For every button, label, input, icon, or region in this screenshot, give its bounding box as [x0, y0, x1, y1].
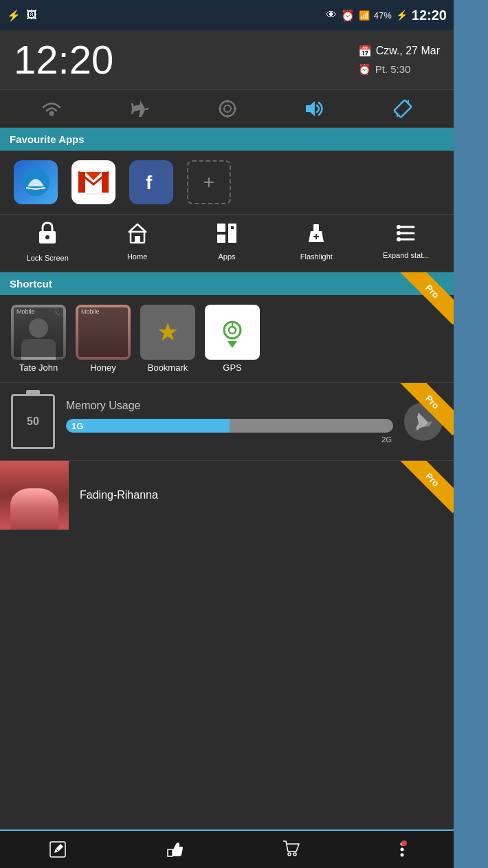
battery-percent: 47% [374, 10, 392, 21]
memory-bar-fill: 1G [66, 419, 230, 433]
flashlight-button[interactable]: Flashlight [289, 223, 344, 261]
eye-icon: 👁 [326, 9, 337, 21]
flashlight-label: Flashlight [300, 252, 333, 261]
notification-panel: ⚡ 🖼 👁 ⏰ 📶 47% ⚡ 12:20 12:20 📅 Czw., 27 M… [0, 0, 454, 868]
memory-info: Memory Usage 1G 2G [66, 400, 393, 444]
image-icon: 🖼 [26, 9, 37, 21]
home-icon [127, 223, 148, 248]
honey-name: Honey [90, 362, 116, 373]
svg-rect-11 [102, 172, 109, 193]
location-toggle[interactable] [218, 99, 237, 118]
alarm-icon: ⏰ [341, 9, 355, 22]
svg-point-40 [400, 854, 403, 857]
boat-browser-app[interactable] [14, 160, 58, 204]
svg-rect-20 [217, 235, 225, 243]
usb-icon: ⚡ [7, 9, 21, 22]
contact-bookmark[interactable]: ★ Bookmark [140, 305, 195, 373]
svg-rect-10 [78, 172, 85, 193]
clock-section: 12:20 📅 Czw., 27 Mar ⏰ Pt. 5:30 [0, 30, 454, 90]
expand-status-button[interactable]: Expand stat... [379, 224, 434, 259]
expand-status-label: Expand stat... [383, 251, 429, 259]
sound-toggle[interactable] [304, 100, 325, 118]
clock-details: 📅 Czw., 27 Mar ⏰ Pt. 5:30 [358, 45, 440, 76]
svg-point-15 [45, 235, 49, 239]
shortcut-buttons-row: Lock Screen Home [0, 215, 454, 272]
svg-text:f: f [146, 172, 153, 193]
face-silhouette [10, 488, 58, 530]
gps-name: GPS [223, 362, 241, 373]
calendar-icon: 📅 [358, 45, 372, 58]
lock-icon [38, 221, 57, 250]
shortcut-header: Shortcut [0, 272, 454, 295]
like-nav-button[interactable] [166, 841, 184, 858]
notification-dot [401, 840, 407, 846]
expand-status-icon [396, 224, 417, 247]
flashlight-icon [306, 223, 326, 248]
lock-screen-button[interactable]: Lock Screen [20, 221, 75, 262]
memory-label-max: 2G [381, 435, 392, 444]
battery-display: 50 [11, 394, 55, 449]
home-label: Home [127, 252, 147, 261]
clock-time: 12:20 [14, 40, 113, 80]
facebook-app[interactable]: f [129, 160, 173, 204]
contact-honey[interactable]: Mobile Honey [76, 305, 131, 373]
gps-icon [215, 315, 249, 349]
album-art [0, 461, 69, 530]
apps-grid-icon [217, 223, 237, 248]
music-pro-label: Pro [399, 461, 454, 513]
svg-point-39 [400, 848, 403, 851]
wifi-toggle[interactable] [41, 100, 63, 118]
edit-nav-button[interactable] [49, 841, 66, 858]
contact-gps[interactable]: GPS [205, 305, 260, 373]
pro-badge-label: Pro [399, 272, 454, 325]
svg-point-0 [220, 101, 235, 116]
gps-avatar [205, 305, 260, 360]
music-section: Pro Fading-Rihanna [0, 461, 454, 530]
tate-john-name: Tate John [19, 362, 58, 373]
status-bar: ⚡ 🖼 👁 ⏰ 📶 47% ⚡ 12:20 [0, 0, 454, 30]
status-bar-left: ⚡ 🖼 [7, 9, 37, 22]
memory-pro-label: Pro [399, 383, 454, 435]
shortcut-section: Shortcut Pro Mobile 📞 Tate John [0, 272, 454, 383]
quick-toggles [0, 90, 454, 128]
memory-section: Pro 50 Memory Usage 1G 2G [0, 383, 454, 461]
svg-rect-22 [231, 226, 234, 229]
rotate-toggle[interactable] [392, 98, 413, 119]
honey-avatar: Mobile [76, 305, 131, 360]
spacer [0, 530, 454, 868]
svg-rect-21 [228, 229, 236, 243]
bottom-nav [0, 829, 454, 868]
home-button[interactable]: Home [110, 223, 165, 261]
music-info: Fading-Rihanna [69, 481, 454, 510]
memory-title: Memory Usage [66, 400, 393, 412]
apps-button[interactable]: Apps [199, 223, 254, 261]
charging-icon: ⚡ [396, 10, 408, 21]
bookmark-avatar: ★ [140, 305, 195, 360]
clock-date: 📅 Czw., 27 Mar [358, 45, 440, 58]
tate-john-avatar: Mobile 📞 [11, 305, 66, 360]
svg-rect-17 [135, 236, 140, 243]
bookmark-name: Bookmark [148, 362, 188, 373]
favourite-apps-row: f + [0, 151, 454, 215]
alarm-clock-icon: ⏰ [358, 63, 371, 76]
add-favourite-app[interactable]: + [187, 160, 231, 204]
status-bar-right: 👁 ⏰ 📶 47% ⚡ 12:20 [326, 8, 447, 23]
signal-icon: 📶 [359, 10, 370, 21]
airplane-toggle[interactable] [130, 99, 151, 118]
music-pro-badge: Pro [399, 461, 454, 516]
music-thumbnail [0, 461, 69, 530]
clock-alarm: ⏰ Pt. 5:30 [358, 63, 411, 76]
pro-badge: Pro [399, 272, 454, 327]
cart-nav-button[interactable] [282, 840, 300, 858]
svg-point-1 [224, 105, 231, 112]
contact-tate-john[interactable]: Mobile 📞 Tate John [11, 305, 66, 373]
right-background [454, 0, 488, 868]
status-time: 12:20 [412, 8, 447, 23]
svg-point-31 [397, 237, 401, 241]
svg-point-37 [293, 853, 296, 856]
apps-label: Apps [218, 252, 235, 261]
more-nav-button[interactable] [400, 842, 404, 857]
memory-bar-labels: 2G [66, 435, 393, 444]
gmail-app[interactable] [71, 160, 115, 204]
svg-rect-23 [313, 224, 319, 231]
